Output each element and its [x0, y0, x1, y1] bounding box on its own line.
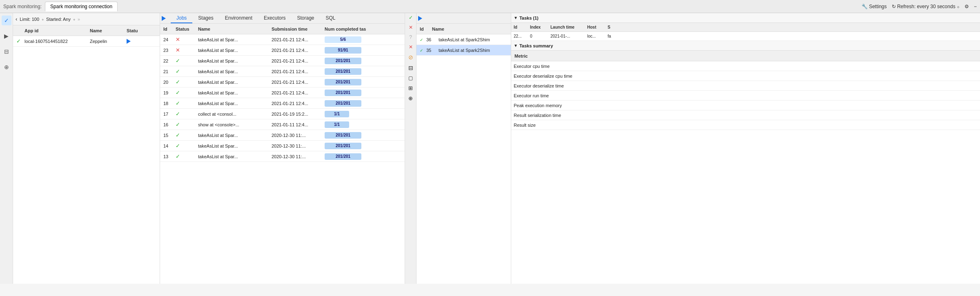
started-arrow: ⬦	[73, 17, 75, 21]
row-status-check: ✓	[15, 38, 23, 44]
stages-question-icon[interactable]: ?	[409, 34, 412, 40]
task-td-index: 0	[528, 34, 549, 38]
td-submission: 2021-01-21 12:4...	[270, 69, 323, 74]
td-id: 17	[162, 112, 174, 117]
table-row[interactable]: 13 ✓ takeAsList at Spar... 2020-12-30 11…	[160, 151, 405, 162]
stages-table-body: ✓ 36 takeAsList at Spark2Shim ✓ 35 takeA…	[416, 34, 511, 56]
td-name: takeAsList at Spar...	[196, 58, 270, 63]
stages-th-id: Id	[418, 27, 430, 31]
table-row[interactable]: 20 ✓ takeAsList at Spar... 2021-01-21 12…	[160, 77, 405, 87]
apps-toolbar: ‹ Limit: 100 ⬦ Started: Any ⬦ »	[13, 13, 160, 25]
stages-globe-icon[interactable]: ⊕	[408, 95, 413, 101]
table-row[interactable]: 17 ✓ collect at <consol... 2021-01-19 15…	[160, 109, 405, 119]
settings-button[interactable]: 🔧 Settings	[862, 4, 887, 9]
metric-executor-run: Executor run time	[514, 93, 978, 98]
limit-label[interactable]: Limit: 100	[20, 17, 39, 22]
td-completed: 201/201	[323, 68, 403, 75]
task-td-s: fa	[606, 34, 979, 38]
tab-sql[interactable]: SQL	[320, 13, 341, 23]
table-row[interactable]: 18 ✓ takeAsList at Spar... 2021-01-21 12…	[160, 98, 405, 109]
td-id: 20	[162, 80, 174, 85]
table-row[interactable]: 24 ✕ takeAsList at Spar... 2021-01-21 12…	[160, 34, 405, 45]
metric-result-size: Result size	[514, 123, 978, 128]
sidebar-bars-icon[interactable]: ⊟	[2, 47, 11, 56]
tasks-table-row[interactable]: 22... 0 2021-01-... loc... fa	[511, 32, 980, 41]
td-submission: 2021-01-21 12:4...	[270, 48, 323, 53]
td-name: takeAsList at Spar...	[196, 133, 270, 138]
tasks-th-id: Id	[512, 25, 528, 29]
table-row[interactable]: 22 ✓ takeAsList at Spar... 2021-01-21 12…	[160, 56, 405, 66]
td-status: ✓	[174, 79, 196, 85]
tab-executors[interactable]: Executors	[258, 13, 291, 23]
sidebar-globe-icon[interactable]: ⊕	[2, 62, 11, 72]
td-completed: 201/201	[323, 58, 403, 64]
refresh-button[interactable]: ↻ Refresh: every 30 seconds ⬦	[892, 4, 960, 9]
close-button[interactable]: −	[974, 4, 977, 9]
summary-row[interactable]: Executor deserialize cpu time	[511, 71, 980, 81]
td-submission: 2021-01-21 12:4...	[270, 80, 323, 85]
summary-section-label: Tasks summary	[519, 43, 553, 48]
row-play-btn[interactable]	[125, 39, 158, 44]
forward-arrow[interactable]: »	[78, 17, 80, 22]
summary-row[interactable]: Executor run time	[511, 91, 980, 101]
stages-skip-icon[interactable]: ⊘	[408, 54, 413, 61]
back-button[interactable]: ‹	[16, 16, 17, 22]
tab-stages[interactable]: Stages	[192, 13, 219, 23]
stages-content: Id Name ✓ 36 takeAsList at Spark2Shim ✓ …	[416, 13, 511, 284]
tasks-th-launch: Launch time	[549, 25, 586, 29]
tasks-chevron: ▼	[514, 16, 518, 20]
task-td-id: 22...	[512, 34, 528, 38]
task-td-host: loc...	[586, 34, 606, 38]
stages-play-btn[interactable]	[418, 16, 422, 21]
td-name: takeAsList at Spar...	[196, 101, 270, 106]
content-area: ‹ Limit: 100 ⬦ Started: Any ⬦ » App id N…	[13, 13, 980, 284]
td-id: 19	[162, 90, 174, 95]
stages-x-icon[interactable]: ✕	[409, 25, 413, 30]
td-status: ✓	[418, 48, 425, 53]
table-row[interactable]: ✓ 35 takeAsList at Spark2Shim	[416, 45, 511, 56]
td-status: ✓	[174, 143, 196, 149]
summary-row[interactable]: Peak execution memory	[511, 101, 980, 110]
td-completed: 201/201	[323, 90, 403, 96]
stages-bars-icon[interactable]: ⊟	[408, 65, 413, 71]
td-id: 21	[162, 69, 174, 74]
summary-row[interactable]: Executor cpu time	[511, 61, 980, 71]
td-completed: 201/201	[323, 132, 403, 139]
td-id: 15	[162, 133, 174, 138]
td-completed: 201/201	[323, 153, 403, 160]
stages-x2-icon[interactable]: ✕	[409, 44, 413, 50]
jobs-play-btn[interactable]	[162, 16, 166, 21]
metric-executor-deserialize-cpu: Executor deserialize cpu time	[514, 74, 978, 78]
td-name: takeAsList at Spar...	[196, 69, 270, 74]
sidebar-play-icon[interactable]: ▶	[2, 31, 11, 41]
gear-button[interactable]: ⚙	[964, 4, 969, 9]
tab-storage[interactable]: Storage	[291, 13, 320, 23]
td-submission: 2020-12-30 11:...	[270, 144, 323, 148]
tab-jobs[interactable]: Jobs	[171, 13, 192, 23]
jobs-th-submission: Submission time	[270, 27, 323, 31]
table-row[interactable]: 21 ✓ takeAsList at Spar... 2021-01-21 12…	[160, 66, 405, 77]
stages-check-icon[interactable]: ✓	[409, 15, 413, 20]
table-row[interactable]: ✓ 36 takeAsList at Spark2Shim	[416, 34, 511, 45]
stages-table-icon[interactable]: ⊞	[408, 85, 413, 91]
summary-row[interactable]: Executor deserialize time	[511, 81, 980, 91]
summary-th-metric: Metric	[513, 54, 978, 58]
metric-result-serialization: Result serialization time	[514, 113, 978, 118]
summary-row[interactable]: Result size	[511, 120, 980, 130]
table-row[interactable]: 14 ✓ takeAsList at Spar... 2020-12-30 11…	[160, 141, 405, 151]
summary-row[interactable]: Result serialization time	[511, 110, 980, 120]
table-row[interactable]: 19 ✓ takeAsList at Spar... 2021-01-21 12…	[160, 87, 405, 98]
sidebar-check-icon[interactable]: ✓	[2, 16, 11, 25]
summary-table-header: Metric	[511, 51, 980, 61]
top-bar: Spark monitoring: Spark monitoring conne…	[0, 0, 980, 13]
td-completed: 201/201	[323, 143, 403, 149]
table-row[interactable]: 15 ✓ takeAsList at Spar... 2020-12-30 11…	[160, 130, 405, 141]
stages-square-icon[interactable]: ▢	[408, 75, 413, 81]
table-row[interactable]: 16 ✓ show at <console>... 2021-01-11 12:…	[160, 119, 405, 130]
table-row[interactable]: ✓ local-1607514451822 Zeppelin	[13, 36, 160, 47]
tab-environment[interactable]: Environment	[219, 13, 258, 23]
tab-spark-monitoring-connection[interactable]: Spark monitoring connection	[45, 2, 118, 11]
started-label[interactable]: Started: Any	[46, 17, 71, 22]
table-row[interactable]: 23 ✕ takeAsList at Spar... 2021-01-21 12…	[160, 45, 405, 56]
td-id: 13	[162, 154, 174, 159]
